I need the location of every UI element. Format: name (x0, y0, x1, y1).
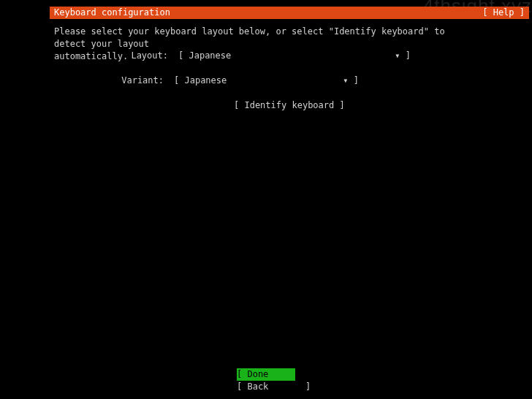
installer-screen: 4thsight.xyz Keyboard configuration [ He… (0, 0, 532, 399)
footer-buttons: [ Done ] [ Back ] (0, 368, 532, 393)
title-bar: Keyboard configuration [ Help ] (50, 7, 529, 19)
variant-label: Variant: (120, 75, 164, 87)
layout-value: Japanese (189, 50, 231, 61)
back-button[interactable]: [ Back ] (237, 381, 295, 393)
title-text: Keyboard configuration (54, 7, 170, 19)
variant-row: Variant: [ Japanese ▾ ] (120, 75, 359, 87)
help-button[interactable]: [ Help ] (482, 7, 525, 19)
variant-dropdown[interactable]: [ Japanese ▾ ] (174, 75, 359, 87)
chevron-down-icon: ▾ (395, 50, 400, 61)
variant-value: Japanese (184, 75, 227, 86)
identify-keyboard-button[interactable]: [ Identify keyboard ] (234, 99, 345, 112)
chevron-down-icon: ▾ (343, 75, 348, 86)
layout-row: Layout: [ Japanese ▾ ] (124, 50, 411, 62)
layout-dropdown[interactable]: [ Japanese ▾ ] (178, 50, 411, 62)
done-button[interactable]: [ Done ] (237, 368, 295, 381)
layout-label: Layout: (124, 50, 168, 62)
